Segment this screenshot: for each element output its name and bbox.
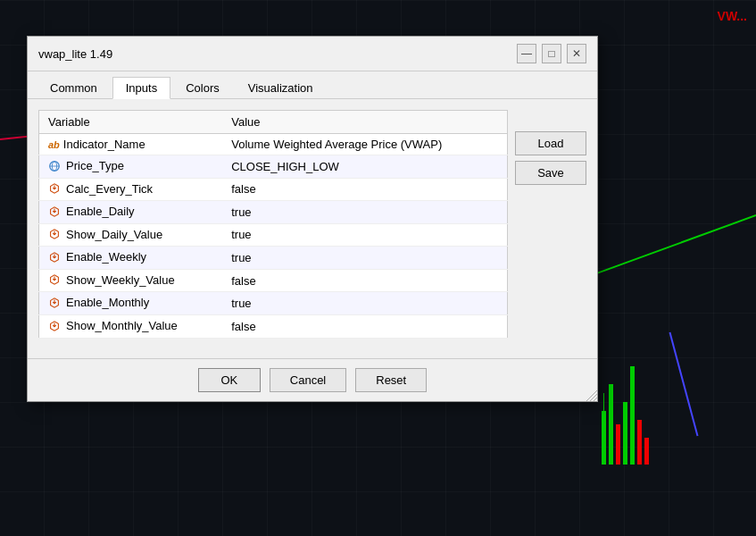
col-header-value: Value	[222, 111, 507, 134]
row-value: false	[222, 314, 507, 338]
table-row[interactable]: abIndicator_NameVolume Weighted Average …	[39, 134, 508, 155]
row-value: false	[222, 269, 507, 292]
table-row[interactable]: Show_Monthly_Valuefalse	[39, 314, 508, 338]
close-button[interactable]: ✕	[567, 44, 586, 63]
dialog-window: vwap_lite 1.49 — □ ✕ Common Inputs Color…	[27, 36, 598, 402]
table-row[interactable]: Show_Daily_Valuetrue	[39, 223, 508, 247]
row-variable: Show_Daily_Value	[39, 223, 223, 247]
tab-visualization[interactable]: Visualization	[235, 77, 327, 98]
row-value: true	[222, 247, 507, 270]
title-bar: vwap_lite 1.49 — □ ✕	[28, 37, 597, 71]
row-variable: Show_Monthly_Value	[39, 314, 223, 338]
row-variable: abIndicator_Name	[39, 134, 223, 155]
dialog-title: vwap_lite 1.49	[38, 47, 112, 61]
tab-colors[interactable]: Colors	[172, 77, 233, 98]
table-row[interactable]: Calc_Every_Tickfalse	[39, 178, 508, 201]
vwap-watermark: VW...	[718, 9, 747, 23]
cancel-button[interactable]: Cancel	[270, 368, 346, 392]
row-value: CLOSE_HIGH_LOW	[222, 155, 507, 179]
table-row[interactable]: Price_TypeCLOSE_HIGH_LOW	[39, 155, 508, 179]
minimize-button[interactable]: —	[517, 44, 536, 63]
main-layout: Variable Value abIndicator_NameVolume We…	[38, 110, 586, 348]
row-value: true	[222, 292, 507, 315]
window-controls: — □ ✕	[517, 44, 586, 63]
table-row[interactable]: Show_Weekly_Valuefalse	[39, 269, 508, 292]
action-row: OK Cancel Reset	[28, 358, 597, 401]
row-variable: Enable_Monthly	[39, 292, 223, 315]
reset-button[interactable]: Reset	[355, 368, 427, 392]
side-buttons: Load Save	[515, 110, 586, 348]
maximize-button[interactable]: □	[542, 44, 561, 63]
row-variable: Show_Weekly_Value	[39, 269, 223, 292]
row-variable: Price_Type	[39, 155, 223, 179]
row-variable: Enable_Daily	[39, 201, 223, 224]
table-row[interactable]: Enable_Monthlytrue	[39, 292, 508, 315]
table-row[interactable]: Enable_Weeklytrue	[39, 247, 508, 270]
row-value: true	[222, 223, 507, 247]
svg-line-4	[590, 394, 597, 401]
table-row[interactable]: Enable_Dailytrue	[39, 201, 508, 224]
row-value: Volume Weighted Average Price (VWAP)	[222, 134, 507, 155]
save-button[interactable]: Save	[515, 161, 586, 185]
svg-line-5	[594, 398, 597, 401]
size-grip[interactable]	[586, 390, 597, 401]
inputs-table: Variable Value abIndicator_NameVolume We…	[38, 110, 508, 339]
row-variable: Enable_Weekly	[39, 247, 223, 270]
tab-bar: Common Inputs Colors Visualization	[28, 71, 597, 99]
tab-common[interactable]: Common	[37, 77, 111, 98]
row-value: true	[222, 201, 507, 224]
dialog-content: Variable Value abIndicator_NameVolume We…	[28, 99, 597, 358]
row-value: false	[222, 178, 507, 201]
col-header-variable: Variable	[39, 111, 223, 134]
ok-button[interactable]: OK	[198, 368, 261, 392]
row-variable: Calc_Every_Tick	[39, 178, 223, 201]
load-button[interactable]: Load	[515, 131, 586, 155]
table-area: Variable Value abIndicator_NameVolume We…	[38, 110, 508, 348]
tab-inputs[interactable]: Inputs	[112, 77, 170, 99]
